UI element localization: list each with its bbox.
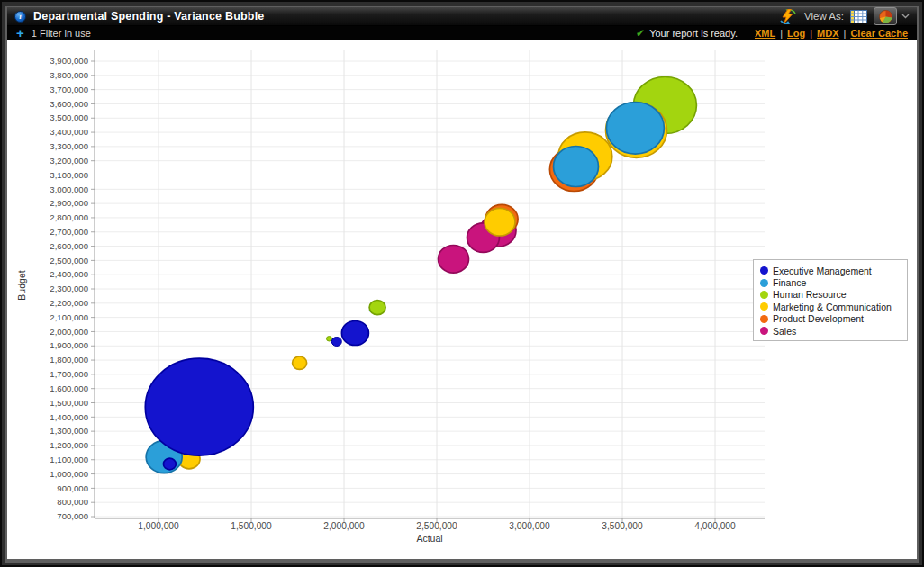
mdx-link[interactable]: MDX xyxy=(817,28,838,39)
legend-item[interactable]: Product Development xyxy=(760,313,901,325)
y-tick-label: 2,900,000 xyxy=(50,198,88,208)
x-tick-label: 2,500,000 xyxy=(416,521,457,531)
xml-link[interactable]: XML xyxy=(755,28,775,39)
report-title: Departmental Spending - Variance Bubble xyxy=(33,10,264,22)
y-tick-label: 1,700,000 xyxy=(50,369,88,379)
x-tick-label: 4,000,000 xyxy=(694,521,736,531)
window-frame: i Departmental Spending - Variance Bubbl… xyxy=(0,0,924,567)
x-tick-label: 1,500,000 xyxy=(231,521,272,531)
bubble-human-resource[interactable] xyxy=(327,337,332,341)
title-bar: i Departmental Spending - Variance Bubbl… xyxy=(7,7,917,26)
legend-label: Finance xyxy=(773,277,806,288)
bubble-marketing-communication[interactable] xyxy=(485,208,515,236)
y-tick-label: 1,800,000 xyxy=(50,355,88,364)
chevron-down-icon[interactable] xyxy=(901,14,910,19)
legend-label: Executive Management xyxy=(773,266,872,276)
legend: Executive ManagementFinanceHuman Resourc… xyxy=(753,259,908,341)
legend-dot-icon xyxy=(760,291,768,299)
y-tick-label: 1,400,000 xyxy=(50,412,88,422)
y-tick-label: 1,500,000 xyxy=(50,398,88,408)
add-filter-icon[interactable]: + xyxy=(16,26,24,40)
y-tick-label: 700,000 xyxy=(57,511,88,521)
y-tick-label: 1,000,000 xyxy=(50,469,88,479)
legend-label: Human Resource xyxy=(773,289,847,300)
info-icon[interactable]: i xyxy=(14,11,26,22)
legend-dot-icon xyxy=(760,279,768,287)
legend-label: Product Development xyxy=(773,313,864,324)
clear-cache-link[interactable]: Clear Cache xyxy=(850,28,908,39)
y-tick-label: 2,500,000 xyxy=(50,256,88,266)
link-separator: | xyxy=(780,28,783,39)
legend-dot-icon xyxy=(760,266,768,274)
bubble-sales[interactable] xyxy=(439,246,469,274)
bubble-executive-management[interactable] xyxy=(341,321,368,346)
bubble-executive-management[interactable] xyxy=(163,458,176,470)
view-as-label: View As: xyxy=(804,11,844,22)
x-tick-label: 3,500,000 xyxy=(602,521,643,531)
y-tick-label: 1,100,000 xyxy=(50,454,88,464)
legend-dot-icon xyxy=(760,315,768,323)
y-tick-label: 1,600,000 xyxy=(50,383,88,393)
link-separator: | xyxy=(844,28,847,39)
app-window: i Departmental Spending - Variance Bubbl… xyxy=(7,7,917,559)
y-tick-label: 3,100,000 xyxy=(50,170,88,180)
y-tick-label: 3,700,000 xyxy=(50,85,88,94)
filter-bar: + 1 Filter in use ✔ Your report is ready… xyxy=(7,26,917,40)
legend-item[interactable]: Marketing & Communication xyxy=(760,301,901,312)
y-tick-label: 1,300,000 xyxy=(50,426,88,436)
y-tick-label: 2,600,000 xyxy=(50,241,88,251)
y-tick-label: 2,100,000 xyxy=(50,312,88,322)
y-tick-label: 2,400,000 xyxy=(50,269,88,279)
x-tick-label: 3,000,000 xyxy=(509,521,550,531)
x-tick-label: 1,000,000 xyxy=(138,521,179,531)
window-frame-inner: i Departmental Spending - Variance Bubbl… xyxy=(2,2,922,565)
y-tick-label: 2,700,000 xyxy=(50,227,88,237)
bubble-human-resource[interactable] xyxy=(369,301,385,315)
y-tick-label: 800,000 xyxy=(57,497,88,507)
check-icon: ✔ xyxy=(636,27,645,40)
y-tick-label: 3,400,000 xyxy=(50,127,88,137)
y-tick-label: 3,200,000 xyxy=(50,156,88,166)
legend-dot-icon xyxy=(760,327,768,335)
y-tick-label: 3,900,000 xyxy=(50,56,88,66)
y-tick-label: 2,000,000 xyxy=(50,327,88,337)
report-ready-status: Your report is ready. xyxy=(649,28,738,39)
y-tick-label: 3,000,000 xyxy=(50,184,88,194)
legend-dot-icon xyxy=(760,302,768,310)
bubble-chart: 700,000800,000900,0001,000,0001,100,0001… xyxy=(7,40,917,559)
run-refresh-icon[interactable] xyxy=(778,9,798,24)
y-tick-label: 900,000 xyxy=(57,483,88,493)
legend-label: Marketing & Communication xyxy=(773,302,892,312)
y-tick-label: 2,200,000 xyxy=(50,298,88,308)
bubble-marketing-communication[interactable] xyxy=(293,356,307,369)
link-separator: | xyxy=(810,28,812,39)
y-tick-label: 3,800,000 xyxy=(50,70,88,80)
table-view-icon[interactable] xyxy=(850,10,867,23)
bubble-executive-management[interactable] xyxy=(331,338,341,346)
bubble-finance[interactable] xyxy=(554,147,599,187)
window-frame-gray: i Departmental Spending - Variance Bubbl… xyxy=(5,6,919,562)
y-tick-label: 1,900,000 xyxy=(50,340,88,350)
legend-label: Sales xyxy=(773,326,796,337)
y-tick-label: 3,600,000 xyxy=(50,99,88,109)
x-tick-label: 2,000,000 xyxy=(323,521,365,531)
bubble-executive-management[interactable] xyxy=(145,358,253,455)
y-tick-label: 2,800,000 xyxy=(50,212,88,222)
x-axis-title: Actual xyxy=(416,533,442,544)
log-link[interactable]: Log xyxy=(787,28,805,39)
legend-item[interactable]: Sales xyxy=(760,325,901,337)
chart-view-icon[interactable] xyxy=(874,7,897,25)
legend-item[interactable]: Human Resource xyxy=(760,289,901,301)
y-tick-label: 3,300,000 xyxy=(50,141,88,151)
filter-status: 1 Filter in use xyxy=(32,28,91,39)
y-tick-label: 3,500,000 xyxy=(50,112,88,122)
legend-item[interactable]: Finance xyxy=(760,276,901,288)
bubble-finance[interactable] xyxy=(606,103,664,155)
y-tick-label: 2,300,000 xyxy=(50,284,88,293)
y-tick-label: 1,200,000 xyxy=(50,440,88,450)
legend-item[interactable]: Executive Management xyxy=(760,265,901,276)
y-axis-title: Budget xyxy=(16,270,27,300)
